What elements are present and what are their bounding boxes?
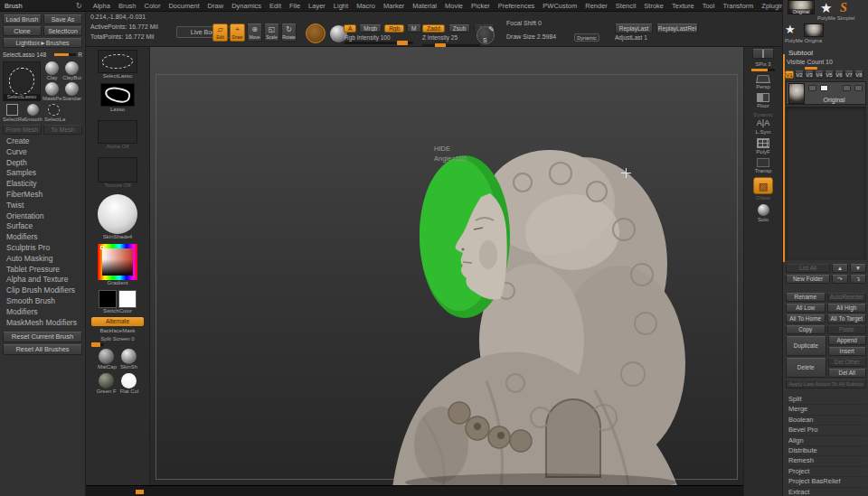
rgb-intensity-slider[interactable] <box>344 42 413 44</box>
brush-icon[interactable] <box>843 85 851 91</box>
paint-mode-button[interactable]: Mrgb <box>359 24 382 33</box>
subpalette-header[interactable]: Split <box>786 395 866 405</box>
move-down-icon[interactable]: ▼ <box>850 264 866 273</box>
document-canvas[interactable]: HIDE Angle=100 <box>150 47 743 485</box>
subpalette-header[interactable]: Modifiers <box>3 232 82 243</box>
alpha-thumbnail[interactable] <box>98 120 137 144</box>
split-screen-slider[interactable]: Split Screen 0 <box>100 336 134 342</box>
brush-thumbnail[interactable]: MaskPe <box>42 82 61 102</box>
polymesh-star-icon[interactable]: ★ <box>785 23 796 36</box>
sculpt-mode-button[interactable]: Zsub <box>448 24 470 33</box>
del-all-button[interactable]: Del All <box>828 369 867 378</box>
duplicate-button[interactable]: Duplicate <box>786 336 826 356</box>
subpalette-header[interactable]: Depth <box>3 158 82 169</box>
ghost-button[interactable]: ▨ Ghost <box>753 177 773 201</box>
paint-icon[interactable] <box>820 85 828 91</box>
corner-arrow-icon[interactable]: ↴ <box>850 275 866 284</box>
subpalette-header[interactable]: FiberMesh <box>3 190 82 201</box>
sculpture-bust[interactable] <box>387 146 690 485</box>
move-up-icon[interactable]: ▲ <box>832 264 848 273</box>
menu-item[interactable]: Picker <box>471 2 490 10</box>
menu-item[interactable]: Document <box>168 2 199 10</box>
main-color-swatch[interactable] <box>99 290 117 308</box>
paint-mode-button[interactable]: A <box>344 24 356 33</box>
menu-item[interactable]: Render <box>585 2 608 10</box>
quick-brush[interactable]: SelectLa <box>44 104 63 123</box>
paint-mode-button[interactable]: Rgb <box>384 24 404 33</box>
r-toggle[interactable]: R <box>78 51 82 58</box>
subpalette-header[interactable]: Extract <box>786 488 866 496</box>
subpalette-header[interactable]: Elasticity <box>3 179 82 190</box>
all-to-target-button[interactable]: All To Target <box>827 314 867 323</box>
menu-item[interactable]: Stroke <box>644 2 664 10</box>
paste-button[interactable]: Paste <box>827 325 867 334</box>
append-button[interactable]: Append <box>828 336 867 345</box>
current-brush-thumbnail[interactable]: SelectLasso <box>3 61 41 101</box>
solo-button[interactable]: Solo <box>758 204 769 223</box>
subpalette-header[interactable]: Remesh <box>786 456 866 466</box>
secondary-color-swatch[interactable] <box>118 290 137 308</box>
render-button[interactable] <box>752 49 774 59</box>
all-to-home-button[interactable]: All To Home <box>786 314 826 323</box>
list-all-button[interactable]: List All <box>786 264 830 273</box>
subpalette-header[interactable]: Bevel Pro <box>786 426 866 435</box>
subpalette-header[interactable]: Orientation <box>3 211 82 222</box>
version-button[interactable]: V5 <box>825 70 834 79</box>
version-button[interactable]: V1 <box>785 70 794 79</box>
menu-item[interactable]: Texture <box>672 2 694 10</box>
simple-brush-logo[interactable]: S <box>840 1 847 15</box>
menu-item[interactable]: Transform <box>722 2 753 10</box>
persp-button[interactable]: Persp <box>756 74 770 90</box>
insert-button[interactable]: Insert <box>828 347 867 356</box>
menu-item[interactable]: Material <box>412 2 437 10</box>
subpalette-header[interactable]: Auto Masking <box>3 254 82 265</box>
menu-item[interactable]: Macro <box>356 2 375 10</box>
eye-icon[interactable] <box>808 85 816 91</box>
menu-item[interactable]: Stencil <box>616 2 637 10</box>
menu-item[interactable]: Marker <box>383 2 404 10</box>
subpalette-header[interactable]: MaskMesh Modifiers <box>3 318 82 329</box>
green-material[interactable] <box>99 373 114 388</box>
subpalette-header[interactable]: Project <box>786 467 866 477</box>
backface-mask-button[interactable]: BackfaceMask <box>99 328 135 334</box>
sculptris-pro-toggle[interactable] <box>306 23 326 43</box>
matcap-material[interactable] <box>99 349 114 364</box>
subpalette-header[interactable]: Clip Brush Modifiers <box>3 285 82 296</box>
lightbox-brushes-button[interactable]: Lightbox►Brushes <box>3 38 82 48</box>
brush-thumbnail[interactable]: ClayBui <box>62 61 81 81</box>
polyframe-button[interactable]: PolyF <box>756 138 769 155</box>
texture-thumbnail[interactable] <box>98 157 137 182</box>
subpalette-header[interactable]: Merge <box>786 405 866 415</box>
menu-item[interactable]: Movie <box>445 2 463 10</box>
copy-button[interactable]: Copy <box>786 325 826 334</box>
color-picker[interactable] <box>98 244 137 280</box>
polymesh-star-icon[interactable]: ★ <box>820 1 832 14</box>
replay-last-rel-button[interactable]: ReplayLastRel <box>656 23 698 33</box>
mode-button[interactable]: ↻ Rotate <box>281 23 297 42</box>
color-picker-inner[interactable] <box>102 248 133 276</box>
select-lasso-slider[interactable]: SelectLasso 148 R <box>3 50 82 60</box>
menu-item[interactable]: Alpha <box>93 2 110 10</box>
rename-button[interactable]: Rename <box>786 293 826 302</box>
menu-item[interactable]: Preferences <box>498 2 534 10</box>
version-button[interactable]: V7 <box>844 70 854 79</box>
menu-item[interactable]: Tool <box>703 2 715 10</box>
quick-brush[interactable]: Smooth <box>24 104 42 123</box>
menu-item[interactable]: PWCustom <box>542 2 577 10</box>
select-icon-button[interactable]: SelectIcon <box>43 26 82 36</box>
paint-mode-button[interactable]: M <box>407 24 420 33</box>
alternate-button[interactable]: Alternate <box>91 317 144 326</box>
subpalette-header[interactable]: Sculptris Pro <box>3 243 82 254</box>
subpalette-header[interactable]: Smooth Brush Modifiers <box>3 296 82 318</box>
dynamic-draw-size-button[interactable]: Dynamic <box>574 33 599 42</box>
reload-brush-icon[interactable]: ↻ <box>76 2 82 10</box>
version-button[interactable]: V8 <box>854 70 863 79</box>
mode-button[interactable]: + Draw <box>230 23 245 42</box>
subpalette-header[interactable]: Samples <box>3 168 82 179</box>
subpalette-header[interactable]: Tablet Pressure <box>3 265 82 276</box>
mode-button[interactable]: ▱ Edit <box>212 23 228 42</box>
autoreorder-button[interactable]: AutoReorder <box>827 293 867 302</box>
version-button[interactable]: V2 <box>795 70 804 79</box>
brush-thumbnail[interactable]: Clay <box>42 61 61 81</box>
spix-slider[interactable]: SPix 3 <box>751 61 775 71</box>
